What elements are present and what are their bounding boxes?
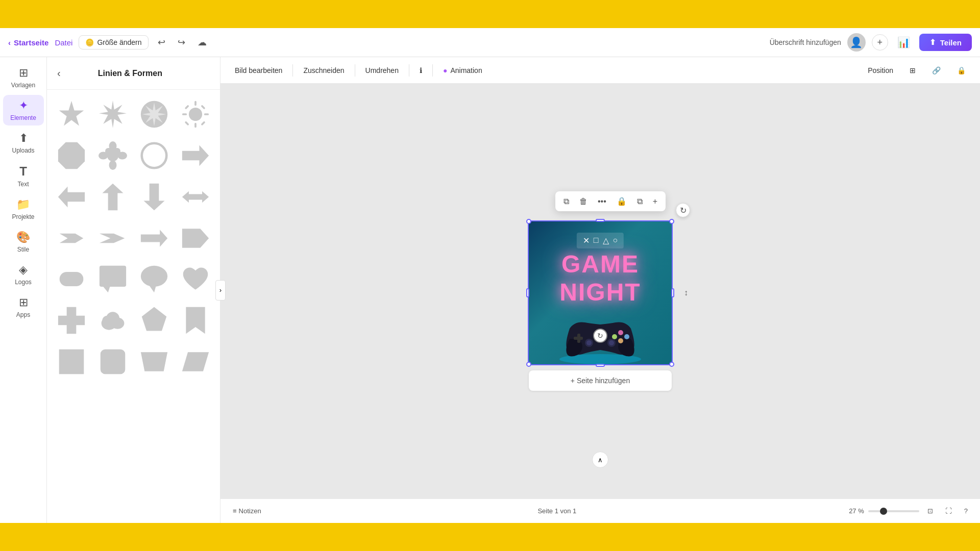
shape-arrow-down[interactable] (136, 179, 173, 216)
animation-button[interactable]: ● Animation (437, 63, 488, 78)
shape-star-6[interactable] (53, 96, 90, 133)
svg-rect-6 (194, 123, 197, 128)
shape-speech-bubble[interactable] (136, 261, 173, 298)
sidebar-item-apps[interactable]: ⊞ Apps (3, 292, 44, 322)
shape-arrow-double[interactable] (177, 179, 214, 216)
shape-parallelogram[interactable] (177, 343, 214, 381)
ctx-duplicate-button[interactable]: ⧉ (633, 194, 647, 209)
groesse-button[interactable]: 🪙 Größe ändern (79, 35, 148, 49)
bild-bearbeiten-button[interactable]: Bild bearbeiten (229, 63, 288, 78)
shape-rect-plain[interactable] (53, 343, 90, 381)
redo-button[interactable]: ↪ (175, 34, 188, 51)
handle-ml[interactable] (526, 288, 529, 297)
undo-button[interactable]: ↩ (155, 34, 168, 51)
notes-button[interactable]: ≡ Notizen (229, 505, 265, 517)
fullscreen-button[interactable]: ⛶ (941, 505, 956, 517)
shape-cloud[interactable] (94, 302, 132, 339)
design-container: ⧉ 🗑 ••• 🔒 ⧉ (529, 191, 672, 391)
shape-circle-outline[interactable] (136, 137, 173, 174)
help-button[interactable]: ? (960, 505, 972, 517)
canvas-area[interactable]: ⧉ 🗑 ••• 🔒 ⧉ (220, 84, 980, 498)
ctx-expand-button[interactable]: + (649, 194, 662, 209)
panel-collapse-button[interactable]: › (215, 280, 226, 300)
sidebar-item-elemente[interactable]: ✦ Elemente (3, 95, 44, 126)
shape-star-burst[interactable] (94, 96, 132, 133)
position-button[interactable]: Position (862, 63, 899, 78)
umdrehen-button[interactable]: Umdrehen (359, 63, 405, 78)
info-button[interactable]: ℹ (413, 63, 428, 78)
shape-rounded-rect[interactable] (53, 261, 90, 298)
handle-mr[interactable] (671, 288, 674, 297)
handle-br[interactable] (669, 362, 674, 367)
ctx-more-button[interactable]: ••• (594, 194, 610, 209)
shape-bookmark[interactable] (177, 302, 214, 339)
back-icon: ‹ (57, 67, 61, 79)
sidebar-item-logos[interactable]: ◈ Logos (3, 259, 44, 290)
handle-tm[interactable] (596, 219, 605, 222)
page-view-button[interactable]: ⊡ (923, 505, 937, 517)
cloud-button[interactable]: ☁ (194, 34, 210, 51)
ctx-delete-icon: 🗑 (579, 197, 587, 206)
collapse-canvas-button[interactable]: ∧ (592, 452, 608, 468)
shape-star-circle[interactable] (136, 96, 173, 133)
sidebar-item-vorlagen[interactable]: ⊞ Vorlagen (3, 62, 44, 93)
ctx-copy-button[interactable]: ⧉ (559, 194, 573, 209)
share-button[interactable]: ⬆ Teilen (919, 34, 972, 51)
shape-sun[interactable] (177, 96, 214, 133)
zuschneiden-label: Zuschneiden (303, 66, 344, 74)
share-label: Teilen (940, 38, 962, 47)
animation-dot-icon: ● (443, 66, 447, 74)
toolbar-separator-4 (432, 64, 433, 77)
sidebar-item-projekte[interactable]: 📁 Projekte (3, 194, 44, 224)
controller-area: ↻ (544, 303, 656, 364)
handle-bl[interactable] (526, 362, 531, 367)
zuschneiden-button[interactable]: Zuschneiden (297, 63, 350, 78)
home-button[interactable]: ‹ Startseite (8, 38, 48, 47)
lock-button[interactable]: 🔒 (951, 63, 972, 78)
sidebar-item-text[interactable]: T Text (3, 160, 44, 192)
link-button[interactable]: 🔗 (926, 63, 947, 78)
ctx-delete-button[interactable]: 🗑 (575, 194, 592, 209)
rotate-handle[interactable]: ↻ (676, 203, 690, 217)
shape-arrow-right[interactable] (177, 137, 214, 174)
zoom-slider[interactable] (868, 510, 919, 512)
analytics-button[interactable]: 📊 (894, 33, 913, 52)
shape-pentagon[interactable] (136, 302, 173, 339)
handle-tr[interactable] (669, 219, 674, 224)
shape-heart[interactable] (177, 261, 214, 298)
shape-arrow-up[interactable] (94, 179, 132, 216)
game-night-title[interactable]: GAME NIGHT (559, 250, 641, 306)
zoom-level: 27 % (849, 507, 864, 515)
design-card[interactable]: ✕ □ △ ○ GAME NIGHT (529, 221, 672, 364)
ctx-lock-button[interactable]: 🔒 (612, 193, 631, 209)
center-rotate-handle[interactable]: ↻ (593, 329, 607, 343)
shape-flower[interactable] (94, 137, 132, 174)
add-title-button[interactable]: Überschrift hinzufügen (770, 38, 841, 46)
add-page-button[interactable]: + Seite hinzufügen (529, 370, 672, 391)
shape-tag[interactable] (177, 219, 214, 257)
collapse-icon: › (219, 286, 222, 294)
redo-icon: ↪ (178, 37, 185, 47)
handle-tl[interactable] (526, 219, 531, 224)
shape-rect-rounded2[interactable] (94, 343, 132, 381)
shape-octagon[interactable] (53, 137, 90, 174)
panel-back-button[interactable]: ‹ (55, 65, 63, 81)
shape-chevron-right[interactable] (53, 219, 90, 257)
add-collaborator-button[interactable]: + (872, 34, 888, 51)
datei-button[interactable]: Datei (55, 38, 72, 47)
sidebar-item-stile[interactable]: 🎨 Stile (3, 227, 44, 257)
shape-speech-square[interactable] (94, 261, 132, 298)
shape-trapezoid[interactable] (136, 343, 173, 381)
share-icon: ⬆ (929, 38, 936, 47)
shape-cross[interactable] (53, 302, 90, 339)
sidebar: ⊞ Vorlagen ✦ Elemente ⬆ Uploads T Text 📁… (0, 57, 47, 523)
grid-icon-button[interactable]: ⊞ (903, 63, 922, 78)
nav-bar: ‹ Startseite Datei 🪙 Größe ändern ↩ ↪ ☁ … (0, 28, 980, 57)
bottom-center: Seite 1 von 1 (274, 507, 841, 515)
shape-chevron-block[interactable] (94, 219, 132, 257)
shape-arrow-wide[interactable] (136, 219, 173, 257)
svg-point-50 (624, 334, 629, 339)
sidebar-item-uploads[interactable]: ⬆ Uploads (3, 128, 44, 158)
svg-marker-35 (150, 286, 156, 293)
shape-arrow-left[interactable] (53, 179, 90, 216)
